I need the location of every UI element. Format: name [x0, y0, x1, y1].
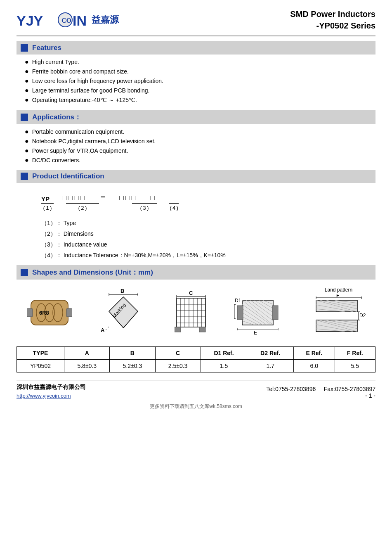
svg-rect-10 — [66, 308, 72, 317]
cell-c: 2.5±0.3 — [155, 360, 201, 372]
logo-svg: YJY CO IN — [17, 11, 87, 29]
inductor-diagram: 6R8 — [27, 294, 72, 332]
footer-left: 深圳市益嘉源电子有限公司 http://www.yjycoin.com — [17, 384, 86, 399]
cell-f: 5.5 — [335, 360, 375, 372]
product-id-diagram: YP □□□□ － □□□ □ (1) (2) (3) — [41, 191, 375, 211]
bottom-note: 更多资料下载请到五八文库wk.58sms.com — [17, 403, 375, 410]
applications-title: Applications： — [32, 112, 81, 122]
svg-text:D1: D1 — [235, 298, 241, 304]
table-row: YP0502 5.8±0.3 5.2±0.3 2.5±0.3 1.5 1.7 6… — [17, 360, 375, 372]
svg-rect-33 — [199, 327, 205, 332]
pid-num2: (2) — [78, 205, 87, 211]
list-item: DC/DC converters. — [25, 157, 375, 164]
pid-dash: － — [99, 191, 107, 202]
land-pattern-diagram: Land pattern F D2 — [312, 287, 366, 339]
shapes-blue-square — [21, 269, 28, 276]
page-footer: 深圳市益嘉源电子有限公司 http://www.yjycoin.com Tel:… — [17, 380, 375, 399]
svg-rect-32 — [175, 327, 181, 332]
col-d2: D2 Ref. — [247, 347, 294, 360]
pid-num3: (3) — [139, 205, 149, 211]
col-f: F Ref. — [335, 347, 375, 360]
list-item: Operating temperature:-40℃ ～ +125℃. — [25, 97, 375, 104]
svg-text:6R8: 6R8 — [39, 310, 49, 316]
company-name: 深圳市益嘉源电子有限公司 — [17, 384, 86, 391]
svg-text:IN: IN — [73, 13, 87, 28]
product-id-header: Product Identification — [17, 170, 375, 183]
svg-line-16 — [106, 327, 109, 330]
footer-fax: Fax:0755-27803897 — [324, 386, 375, 392]
cell-type: YP0502 — [17, 360, 64, 372]
svg-text:CO: CO — [61, 17, 71, 24]
pid-num1: (1) — [43, 205, 52, 211]
shapes-diagrams: 6R8 B Marking A — [17, 287, 375, 339]
title-line2: -YP0502 Series — [290, 20, 375, 31]
svg-text:F: F — [336, 294, 339, 299]
cross-diagram: C — [175, 290, 210, 337]
pid-desc-1: （1）： Type — [41, 220, 375, 227]
cell-e: 6.0 — [294, 360, 335, 372]
svg-rect-9 — [27, 308, 33, 317]
svg-rect-52 — [237, 306, 243, 320]
side-svg: D1 E — [234, 290, 288, 335]
cross-svg: C — [175, 290, 210, 335]
list-item: Ferrite bobbin core and compact size. — [25, 68, 375, 75]
cell-d2: 1.7 — [247, 360, 294, 372]
title-line1: SMD Power Inductors — [290, 8, 375, 20]
inductor-svg: 6R8 — [27, 294, 72, 331]
svg-text:YJY: YJY — [17, 13, 43, 28]
features-blue-square — [21, 44, 28, 52]
diamond-svg: B Marking A — [97, 289, 150, 336]
page-header: YJY CO IN 益嘉源 SMD Power Inductors -YP050… — [17, 8, 375, 36]
cell-b: 5.2±0.3 — [110, 360, 155, 372]
applications-list: Portable communication equipment. Notebo… — [17, 128, 375, 164]
col-c: C — [155, 347, 201, 360]
col-d1: D1 Ref. — [201, 347, 247, 360]
side-diagram: D1 E — [234, 290, 288, 337]
logo-chinese-text: 益嘉源 — [92, 14, 119, 26]
page-title: SMD Power Inductors -YP0502 Series — [290, 8, 375, 31]
list-item: Low core loss for high frequency power a… — [25, 78, 375, 85]
features-section: Features High current Type. Ferrite bobb… — [17, 41, 375, 104]
footer-tel: Tel:0755-27803896 — [266, 386, 316, 392]
list-item: Portable communication equipment. — [25, 128, 375, 135]
pid-part1: YP — [41, 195, 50, 202]
a-label: A — [101, 327, 105, 333]
pid-part4: □ — [150, 194, 156, 202]
land-pattern-label: Land pattern — [312, 287, 366, 293]
svg-marker-14 — [109, 297, 138, 328]
pid-desc-3: （3）： Inductance value — [41, 241, 375, 249]
product-id-blue-square — [21, 173, 28, 180]
pid-desc-4: （4）： Inductance Tolerance：N=±30%,M=±20%，… — [41, 252, 375, 259]
dimensions-table: TYPE A B C D1 Ref. D2 Ref. E Ref. F Ref.… — [17, 346, 375, 372]
cell-d1: 1.5 — [201, 360, 247, 372]
shapes-header: Shapes and Dimensions (Unit：mm) — [17, 265, 375, 280]
list-item: Power supply for VTR,OA equipment. — [25, 147, 375, 154]
applications-blue-square — [21, 114, 28, 121]
col-a: A — [64, 347, 110, 360]
website-link[interactable]: http://www.yjycoin.com — [17, 393, 71, 399]
svg-rect-53 — [272, 306, 278, 320]
shapes-section: Shapes and Dimensions (Unit：mm) 6R8 — [17, 265, 375, 372]
pid-part2: □□□□ — [62, 194, 86, 202]
features-list: High current Type. Ferrite bobbin core a… — [17, 59, 375, 104]
product-id-section: Product Identification YP □□□□ － □□□ □ (… — [17, 170, 375, 259]
shapes-title: Shapes and Dimensions (Unit：mm) — [32, 268, 153, 277]
applications-section: Applications： Portable communication equ… — [17, 110, 375, 164]
b-label: B — [120, 289, 124, 294]
footer-page: - 1 - — [365, 392, 375, 399]
features-header: Features — [17, 41, 375, 55]
pid-desc-2: （2）： Dimensions — [41, 230, 375, 238]
applications-header: Applications： — [17, 110, 375, 124]
pid-num4: (4) — [169, 205, 179, 211]
product-id-title: Product Identification — [32, 172, 104, 180]
list-item: Notebook PC,digital carmera,LCD televisi… — [25, 138, 375, 145]
list-item: High current Type. — [25, 59, 375, 66]
svg-text:D2: D2 — [359, 313, 366, 318]
svg-text:C: C — [189, 290, 193, 296]
diamond-diagram: B Marking A — [97, 289, 150, 337]
list-item: Large terminal surface for good PCB bond… — [25, 87, 375, 94]
col-e: E Ref. — [294, 347, 335, 360]
cell-a: 5.8±0.3 — [64, 360, 110, 372]
features-title: Features — [32, 44, 61, 52]
logo-area: YJY CO IN 益嘉源 — [17, 11, 119, 29]
